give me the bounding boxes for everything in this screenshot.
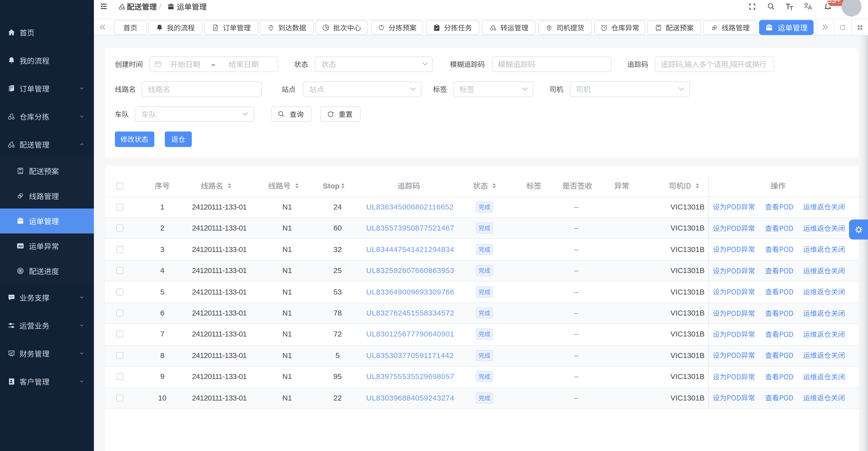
- svg-text:AD: AD: [18, 245, 23, 248]
